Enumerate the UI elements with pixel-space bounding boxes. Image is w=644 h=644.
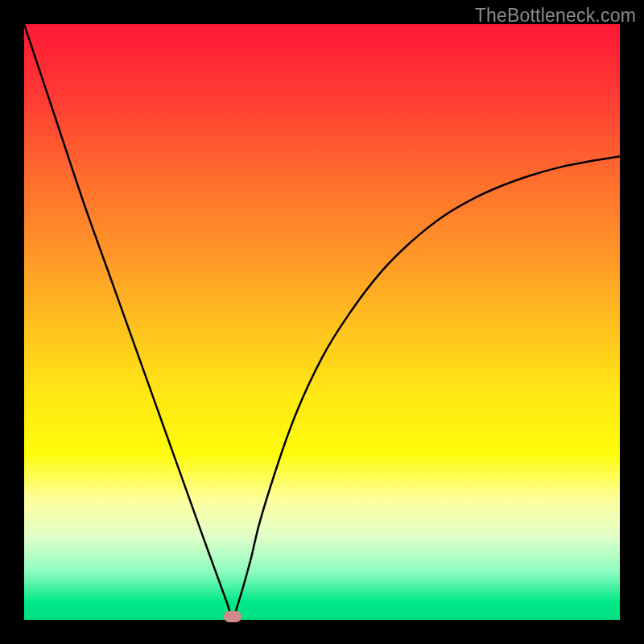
chart-frame: TheBottleneck.com: [0, 0, 644, 644]
bottleneck-curve: [24, 24, 620, 620]
watermark-text: TheBottleneck.com: [475, 5, 636, 27]
plot-area: [24, 24, 620, 620]
optimal-point-marker: [224, 611, 242, 622]
